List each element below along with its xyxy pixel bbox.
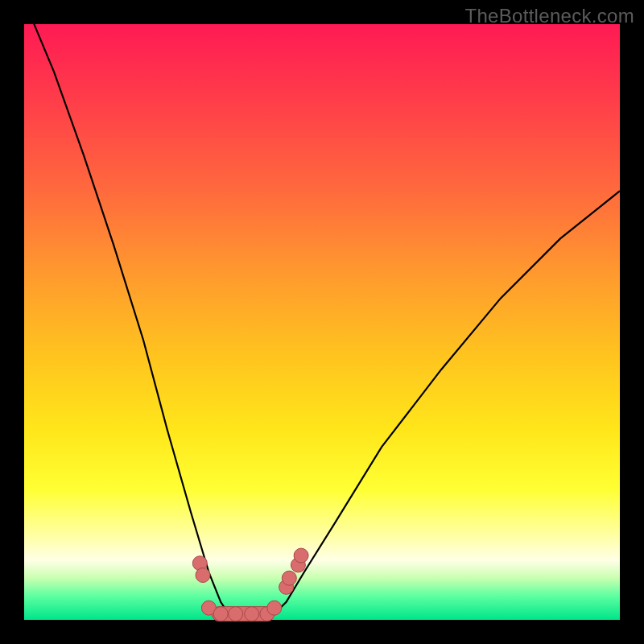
curve-marker: [267, 601, 282, 615]
curve-marker: [229, 607, 243, 621]
chart-frame: TheBottleneck.com: [0, 0, 644, 644]
curve-marker: [213, 607, 228, 621]
curve-marker: [196, 568, 210, 583]
curve-markers: [192, 548, 308, 621]
curve-line: [24, 0, 620, 620]
plot-area: [24, 24, 620, 620]
bottleneck-curve: [24, 0, 620, 620]
curve-marker: [282, 571, 296, 585]
chart-svg: [24, 24, 620, 620]
watermark-text: TheBottleneck.com: [464, 5, 634, 27]
curve-marker: [245, 607, 259, 621]
curve-marker: [294, 548, 308, 563]
